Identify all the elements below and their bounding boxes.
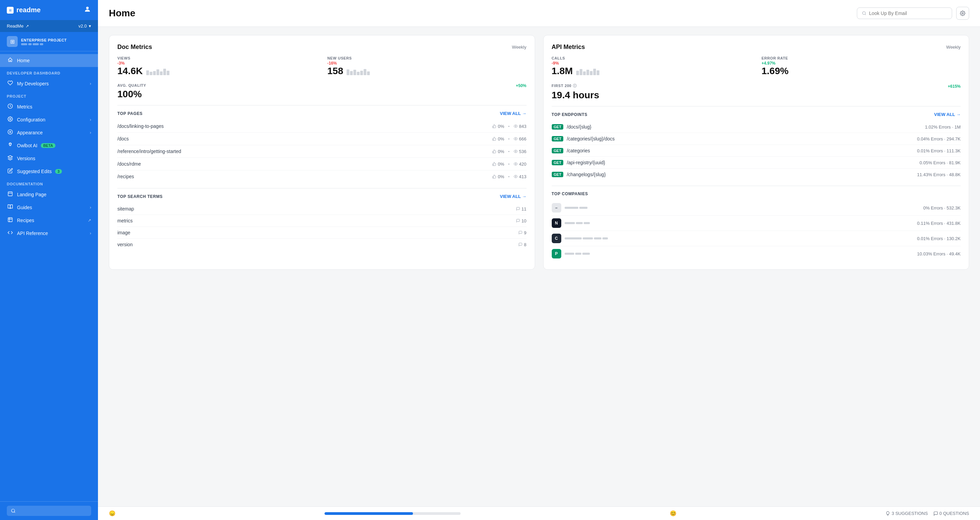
email-search-box[interactable]: [857, 8, 952, 19]
new-users-change: -16%: [327, 61, 337, 66]
endpoint-item: GET /changelogs/{slug} 11.43% Errors · 4…: [552, 169, 961, 180]
error-rate-value: 1.69%: [762, 66, 789, 76]
search-icon: [862, 11, 866, 16]
endpoint-item: GET /categories/{slug}/docs 0.04% Errors…: [552, 133, 961, 145]
endpoints-list: GET /docs/{slug} 1.02% Errors · 1M GET /…: [552, 121, 961, 180]
sidebar-header: ≡ readme: [0, 0, 98, 20]
get-badge: GET: [552, 124, 564, 130]
eye-icon: [514, 124, 518, 128]
get-badge: GET: [552, 172, 564, 177]
svg-point-7: [11, 143, 11, 144]
sidebar-item-landing-page[interactable]: Landing Page: [0, 188, 98, 201]
main-scrollable-content: Doc Metrics Weekly VIEWS -3% 14.6K: [98, 27, 980, 506]
sidebar-item-api-reference[interactable]: API Reference ›: [0, 227, 98, 240]
sidebar-item-suggested-edits[interactable]: Suggested Edits 3: [0, 165, 98, 178]
heart-icon: [7, 80, 14, 87]
calls-label: CALLS: [552, 56, 751, 60]
sidebar: ≡ readme ReadMe ↗ v2.0 ▾ ⊞ ENTERPRISE PR…: [0, 0, 98, 520]
get-badge: GET: [552, 148, 564, 153]
owlbot-icon: [7, 142, 14, 149]
new-users-value: 158: [327, 66, 343, 76]
first200-change: +615%: [948, 84, 961, 89]
home-icon: [7, 57, 14, 64]
top-pages-list: /docs/linking-to-pages 0% • 843: [117, 120, 527, 183]
email-search-input[interactable]: [869, 11, 947, 16]
sidebar-logo-text: readme: [16, 6, 40, 14]
eye-icon: [514, 149, 518, 153]
sidebar-item-recipes[interactable]: Recipes ↗: [0, 214, 98, 227]
progress-bar-fill: [325, 512, 413, 515]
companies-list: – 0% Errors · 532.3K N: [552, 200, 961, 261]
svg-point-3: [8, 130, 12, 134]
svg-point-4: [10, 131, 11, 133]
calls-metric: CALLS -9% 1.8M: [552, 56, 751, 76]
sidebar-item-configuration[interactable]: Configuration ›: [0, 113, 98, 126]
list-item: /recipes 0% • 413: [117, 170, 527, 183]
list-item: /reference/intro/getting-started 0% • 53…: [117, 145, 527, 158]
svg-point-15: [515, 138, 516, 140]
svg-point-17: [515, 164, 516, 165]
questions-link[interactable]: 0 QUESTIONS: [934, 511, 969, 516]
guides-label: Guides: [17, 205, 32, 210]
top-search-view-all[interactable]: VIEW ALL →: [500, 194, 527, 199]
svg-line-10: [14, 512, 15, 513]
list-item: /docs/linking-to-pages 0% • 843: [117, 120, 527, 133]
top-pages-title: TOP PAGES: [117, 111, 143, 116]
new-users-metric: NEW USERS -16% 158: [327, 56, 526, 76]
sidebar-item-guides[interactable]: Guides ›: [0, 201, 98, 214]
chat-icon: [934, 511, 938, 516]
api-metrics-period: Weekly: [946, 45, 961, 50]
endpoint-item: GET /docs/{slug} 1.02% Errors · 1M: [552, 121, 961, 133]
sidebar-item-home[interactable]: Home: [0, 54, 98, 67]
landing-page-label: Landing Page: [17, 192, 46, 197]
svg-point-2: [10, 118, 11, 120]
divider: [552, 186, 961, 186]
sidebar-item-my-developers[interactable]: My Developers ›: [0, 77, 98, 90]
company-avatar: N: [552, 218, 561, 228]
views-label: VIEWS: [117, 56, 317, 60]
svg-rect-8: [8, 192, 12, 196]
sidebar-item-appearance[interactable]: Appearance ›: [0, 126, 98, 139]
progress-bar-container: [325, 512, 461, 515]
top-endpoints-view-all[interactable]: VIEW ALL →: [934, 112, 961, 117]
documentation-section-label: DOCUMENTATION: [0, 178, 98, 188]
project-section: ⊞ ENTERPRISE PROJECT: [0, 32, 98, 51]
top-companies-title: TOP COMPANIES: [552, 191, 588, 196]
company-item: – 0% Errors · 532.3K: [552, 200, 961, 216]
views-value: 14.6K: [117, 66, 143, 76]
sidebar-search: [0, 501, 98, 520]
project-dot: [40, 43, 43, 45]
configuration-label: Configuration: [17, 117, 45, 122]
user-icon[interactable]: [84, 5, 91, 14]
main-header: Home: [98, 0, 980, 27]
sidebar-item-versions[interactable]: Versions: [0, 152, 98, 165]
versions-icon: [7, 155, 14, 162]
chevron-right-icon: ›: [90, 130, 91, 135]
project-dot: [21, 43, 27, 45]
first200-label: FIRST 200 ⓘ: [552, 83, 577, 88]
error-rate-metric: ERROR RATE +4.97% 1.69%: [762, 56, 961, 76]
comment-icon: [519, 231, 522, 235]
divider: [552, 106, 961, 107]
appearance-label: Appearance: [17, 130, 43, 135]
top-pages-view-all[interactable]: VIEW ALL →: [500, 111, 527, 116]
divider: [117, 188, 527, 188]
suggestions-link[interactable]: 3 SUGGESTIONS: [885, 511, 928, 516]
version-bar[interactable]: ReadMe ↗ v2.0 ▾: [0, 20, 98, 32]
svg-point-13: [962, 13, 963, 14]
sidebar-item-metrics[interactable]: Metrics: [0, 100, 98, 113]
company-item: P 10.03% Errors · 49.4K: [552, 246, 961, 261]
company-item: C 0.01% Errors · 130.2K: [552, 231, 961, 246]
project-dot: [28, 43, 32, 45]
settings-button[interactable]: [956, 7, 969, 20]
company-avatar: –: [552, 203, 561, 213]
chevron-right-icon: ›: [90, 231, 91, 236]
first200-value: 19.4 hours: [552, 90, 599, 100]
bottom-bar: 😞 😊 3 SUGGESTIONS 0 QUESTIONS: [98, 506, 980, 520]
views-change: -3%: [117, 61, 124, 66]
configuration-icon: [7, 116, 14, 123]
svg-point-9: [11, 509, 14, 512]
svg-point-11: [863, 11, 866, 14]
search-button[interactable]: [7, 506, 91, 516]
sidebar-item-owlbot[interactable]: Owlbot AI BETA: [0, 139, 98, 152]
